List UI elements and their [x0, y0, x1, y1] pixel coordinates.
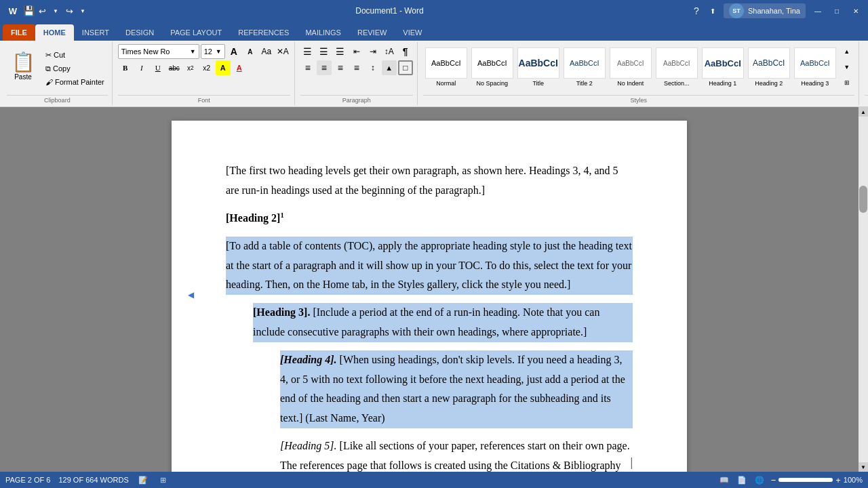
style-normal[interactable]: AaBbCcI Normal: [423, 45, 469, 89]
tab-view[interactable]: VIEW: [395, 24, 430, 41]
zoom-out-button[interactable]: −: [771, 475, 776, 485]
style-no-spacing[interactable]: AaBbCcI No Spacing: [469, 45, 515, 89]
macro-icon[interactable]: ⊞: [157, 474, 170, 486]
sort-button[interactable]: ↕A: [382, 44, 397, 59]
toc-paragraph[interactable]: [To add a table of contents (TOC), apply…: [226, 237, 633, 295]
underline-button[interactable]: U: [151, 60, 165, 75]
intro-paragraph[interactable]: [The first two heading levels get their …: [226, 161, 633, 201]
zoom-control[interactable]: − + 100%: [771, 475, 863, 485]
paste-button[interactable]: 📋 Paste: [7, 46, 39, 87]
print-layout-icon[interactable]: 📄: [736, 474, 748, 486]
font-name-selector[interactable]: Times New Ro ▼: [118, 44, 199, 59]
line-spacing-button[interactable]: ↕: [366, 60, 380, 75]
styles-gallery: AaBbCcI Normal AaBbCcI No Spacing AaBbCc…: [423, 43, 838, 91]
tab-file[interactable]: FILE: [3, 24, 35, 41]
status-right: 📖 📄 🌐 − + 100%: [718, 474, 863, 486]
align-left-button[interactable]: ≡: [300, 60, 315, 75]
minimize-button[interactable]: —: [811, 4, 825, 18]
scroll-track[interactable]: [859, 117, 868, 462]
multilevel-button[interactable]: ☰: [333, 44, 348, 59]
heading4-paragraph[interactable]: [Heading 4]. [When using headings, don't…: [280, 350, 633, 428]
scroll-thumb[interactable]: [859, 186, 867, 213]
superscript-button[interactable]: x2: [199, 60, 214, 75]
tab-page-layout[interactable]: PAGE LAYOUT: [162, 24, 230, 41]
font-grow-button[interactable]: A: [226, 44, 241, 59]
zoom-in-button[interactable]: +: [835, 475, 841, 485]
numbering-button[interactable]: ☰: [317, 44, 332, 59]
format-painter-button[interactable]: 🖌 Format Painter: [42, 76, 108, 88]
paragraph-label: Paragraph: [300, 95, 413, 104]
bullets-button[interactable]: ☰: [300, 44, 315, 59]
find-button[interactable]: 🔍 Find ▼: [865, 43, 868, 57]
borders-button[interactable]: □: [398, 60, 413, 75]
paste-label: Paste: [14, 73, 32, 81]
vertical-scrollbar[interactable]: ▲ ▼: [859, 107, 868, 472]
italic-button[interactable]: I: [134, 60, 149, 75]
scroll-down-arrow[interactable]: ▼: [859, 462, 868, 472]
styles-more[interactable]: ⊞: [840, 75, 854, 90]
tab-review[interactable]: REVIEW: [349, 24, 395, 41]
styles-scroll-up[interactable]: ▲: [840, 44, 854, 59]
web-layout-icon[interactable]: 🌐: [753, 474, 766, 486]
tab-design[interactable]: DESIGN: [117, 24, 162, 41]
tab-references[interactable]: REFERENCES: [230, 24, 297, 41]
zoom-slider[interactable]: [778, 478, 833, 482]
help-icon[interactable]: ?: [691, 5, 702, 16]
tab-insert[interactable]: INSERT: [74, 24, 117, 41]
style-title2[interactable]: AaBbCcI Title 2: [561, 45, 608, 89]
style-title[interactable]: AaBbCcI Title: [515, 45, 561, 89]
window-title: Document1 - Word: [88, 6, 691, 16]
redo-icon[interactable]: ↪: [64, 5, 75, 16]
heading5-paragraph[interactable]: [Heading 5]. [Like all sections of your …: [280, 436, 633, 472]
heading2-superscript: 1: [280, 211, 283, 219]
save-icon[interactable]: 💾: [23, 5, 34, 16]
zoom-slider-fill: [778, 478, 833, 482]
close-button[interactable]: ✕: [849, 4, 863, 18]
strikethrough-button[interactable]: abc: [167, 60, 182, 75]
copy-button[interactable]: ⧉ Copy: [42, 62, 108, 75]
style-section[interactable]: AaBbCcI Section...: [654, 45, 700, 89]
page-content[interactable]: ◀ [The first two heading levels get thei…: [0, 107, 859, 472]
cut-button[interactable]: ✂ Cut: [42, 49, 108, 61]
bold-button[interactable]: B: [118, 60, 133, 75]
align-center-button[interactable]: ≡: [317, 60, 332, 75]
read-mode-icon[interactable]: 📖: [718, 474, 730, 486]
maximize-button[interactable]: □: [830, 4, 844, 18]
font-shrink-button[interactable]: A: [243, 44, 258, 59]
highlight-button[interactable]: A: [216, 60, 231, 75]
style-heading2[interactable]: AaBbCcI Heading 2: [746, 45, 792, 89]
subscript-button[interactable]: x2: [183, 60, 198, 75]
clear-formatting-button[interactable]: ✕A: [275, 44, 290, 59]
document-page[interactable]: ◀ [The first two heading levels get thei…: [172, 121, 687, 472]
style-no-indent[interactable]: AaBbCcI No Indent: [608, 45, 654, 89]
tab-mailings[interactable]: MAILINGS: [297, 24, 349, 41]
font-size-selector[interactable]: 12 ▼: [201, 44, 225, 59]
user-area[interactable]: ST Shanahan, Tina: [724, 3, 806, 18]
decrease-indent-button[interactable]: ⇤: [349, 44, 364, 59]
select-button[interactable]: ⊡ Select ▼: [865, 73, 868, 87]
style-heading1[interactable]: AaBbCcI Heading 1: [700, 45, 746, 89]
heading4-cite: (Last Name, Year): [302, 412, 384, 424]
style-heading3[interactable]: AaBbCcI Heading 3: [792, 45, 838, 89]
replace-button[interactable]: ↔ Replace: [865, 58, 868, 72]
styles-group: AaBbCcI Normal AaBbCcI No Spacing AaBbCc…: [419, 42, 859, 105]
customize-icon[interactable]: ▼: [77, 5, 88, 16]
shading-button[interactable]: ▲: [382, 60, 397, 75]
font-color-button[interactable]: A: [232, 60, 247, 75]
heading2-paragraph[interactable]: [Heading 2]1: [226, 209, 633, 228]
justify-button[interactable]: ≡: [349, 60, 364, 75]
scroll-up-arrow[interactable]: ▲: [859, 107, 868, 117]
undo-icon[interactable]: ↩: [37, 5, 47, 16]
change-case-button[interactable]: Aa: [259, 44, 274, 59]
increase-indent-button[interactable]: ⇥: [366, 44, 380, 59]
proofing-icon[interactable]: 📝: [137, 474, 149, 486]
align-right-button[interactable]: ≡: [333, 60, 348, 75]
style-no-spacing-label: No Spacing: [476, 80, 508, 87]
document-container: ◀ [The first two heading levels get thei…: [0, 107, 868, 472]
styles-scroll-down[interactable]: ▼: [840, 60, 854, 75]
show-hide-button[interactable]: ¶: [398, 44, 413, 59]
undo-dropdown[interactable]: ▼: [50, 5, 61, 16]
ribbon-toggle-icon[interactable]: ⬆: [707, 5, 718, 16]
tab-home[interactable]: HOME: [35, 24, 74, 41]
heading3-paragraph[interactable]: [Heading 3]. [Include a period at the en…: [253, 303, 633, 342]
